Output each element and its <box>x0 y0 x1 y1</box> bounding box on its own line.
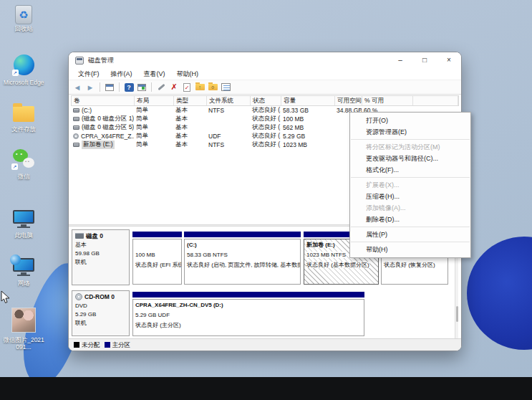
details-view-icon[interactable] <box>221 82 231 92</box>
column-filesystem[interactable]: 文件系统 <box>207 96 251 105</box>
back-icon[interactable]: ◄ <box>72 82 82 92</box>
menu-item-add-mirror: 添加镜像(A)... <box>350 202 470 214</box>
image-thumbnail <box>11 308 36 333</box>
console-window-icon[interactable] <box>137 82 147 92</box>
partition-color-bar <box>184 232 301 237</box>
desktop-icon-this-pc[interactable]: 此电脑 <box>1 210 46 239</box>
window-title: 磁盘管理 <box>88 56 114 65</box>
column-status[interactable]: 状态 <box>251 96 281 105</box>
menu-bar: 文件(F) 操作(A) 查看(V) 帮助(H) <box>69 68 461 80</box>
desktop-icon-label: 微信 <box>1 173 46 181</box>
legend-swatch-primary <box>105 342 110 348</box>
disk-management-app-icon <box>75 57 84 65</box>
menu-item-help[interactable]: 帮助(H) <box>350 244 470 255</box>
maximize-button[interactable]: □ <box>412 52 437 68</box>
partition-c[interactable]: (C:) 58.33 GB NTFS 状态良好 (启动, 页面文件, 故障转储,… <box>184 239 301 285</box>
volume-cd-icon <box>73 133 79 139</box>
taskbar: ∧ 中 14:31 2022/2/12 1 <box>0 377 532 400</box>
column-free-space[interactable]: 可用空间 <box>335 96 362 105</box>
folder-icon <box>13 106 34 122</box>
toolbar-separator <box>119 82 120 92</box>
toolbar-separator <box>151 82 152 92</box>
shortcut-arrow-icon: ↗ <box>12 70 19 76</box>
forward-icon[interactable]: ► <box>85 82 95 92</box>
network-icon <box>13 258 34 272</box>
recycle-bin-icon: ♻ <box>15 5 32 24</box>
menu-separator <box>351 139 470 140</box>
desktop-icon-label: 文件存放 <box>1 126 46 133</box>
desktop-icon-network[interactable]: 网络 <box>1 258 46 287</box>
desktop-icon-wechat[interactable]: ↗ 微信 <box>1 149 46 181</box>
volume-disk-icon <box>73 108 79 113</box>
toolbar-separator <box>100 82 100 92</box>
menu-help[interactable]: 帮助(H) <box>171 70 205 79</box>
menu-separator <box>351 227 470 227</box>
menu-item-delete-volume[interactable]: 删除卷(D)... <box>350 214 470 225</box>
partition-dvd[interactable]: CPRA_X64FRE_ZH-CN_DV5 (D:) 5.29 GB UDF 状… <box>132 299 364 336</box>
legend-swatch-unallocated <box>74 342 79 348</box>
cdrom-header-panel[interactable]: CD-ROM 0 DVD 5.29 GB 联机 <box>72 290 130 336</box>
volume-disk-icon <box>73 143 79 147</box>
menu-item-shrink-volume[interactable]: 压缩卷(H)... <box>350 191 470 202</box>
menu-item-mark-active: 将分区标记为活动分区(M) <box>350 141 470 153</box>
globe-icon <box>10 254 21 265</box>
partition-color-bar <box>132 292 364 297</box>
minimize-button[interactable]: – <box>388 52 412 68</box>
column-type[interactable]: 类型 <box>174 96 207 105</box>
disk0-header-panel[interactable]: 磁盘 0 基本 59.98 GB 联机 <box>72 229 130 285</box>
legend-primary: 主分区 <box>105 341 131 350</box>
partition-efi[interactable]: 100 MB 状态良好 (EFI 系统分区) <box>132 239 182 285</box>
menu-file[interactable]: 文件(F) <box>72 70 105 79</box>
cd-rom-icon <box>75 293 82 300</box>
delete-volume-icon[interactable]: ✗ <box>169 82 179 92</box>
desktop-icon-label: 此电脑 <box>1 232 46 239</box>
menu-item-explorer[interactable]: 资源管理器(E) <box>350 126 470 138</box>
column-empty <box>413 96 458 105</box>
column-layout[interactable]: 布局 <box>135 96 174 105</box>
menu-separator <box>351 177 470 178</box>
properties-check-icon[interactable]: ✓ <box>182 82 192 92</box>
column-pct-free[interactable]: % 可用 <box>362 96 413 105</box>
menu-item-properties[interactable]: 属性(P) <box>350 229 470 240</box>
desktop-icon-edge[interactable]: ↗ Microsoft Edge <box>1 54 46 87</box>
close-button[interactable]: × <box>437 52 461 68</box>
menu-item-format[interactable]: 格式化(F)... <box>350 164 470 176</box>
help-icon[interactable]: ? <box>124 82 134 92</box>
partition-color-bar <box>132 232 182 237</box>
menu-separator <box>351 242 470 242</box>
mouse-cursor <box>1 290 11 305</box>
desktop-icon-label: 微信图片_2021091... <box>1 337 46 351</box>
scrollbar-thumb[interactable] <box>456 306 458 322</box>
context-menu: 打开(O) 资源管理器(E) 将分区标记为活动分区(M) 更改驱动器号和路径(C… <box>349 112 471 258</box>
wallpaper-bloom-right-petal <box>467 237 532 350</box>
legend-unallocated: 未分配 <box>74 341 100 350</box>
desktop-icon-label: 回收站 <box>1 26 46 33</box>
column-volume[interactable]: 卷 <box>72 96 135 105</box>
menu-view[interactable]: 查看(V) <box>138 70 171 79</box>
toolbar: ◄ ► ? ✗ ✓ ↑ ○ <box>69 80 461 95</box>
desktop-icon-recycle-bin[interactable]: ♻ 回收站 <box>1 5 46 33</box>
menu-item-open[interactable]: 打开(O) <box>350 115 470 126</box>
menu-item-change-drive-letter[interactable]: 更改驱动器号和路径(C)... <box>350 153 470 164</box>
legend-bar: 未分配 主分区 <box>69 338 461 351</box>
desktop: ♻ 回收站 ↗ Microsoft Edge 文件存放 ↗ 微信 此电脑 网络 … <box>0 0 532 400</box>
folder-search-icon[interactable]: ○ <box>208 82 218 92</box>
folder-up-icon[interactable]: ↑ <box>195 82 205 92</box>
hard-disk-icon <box>75 233 84 239</box>
desktop-icon-image-file[interactable]: 微信图片_2021091... <box>1 308 46 351</box>
menu-action[interactable]: 操作(A) <box>105 70 138 79</box>
title-bar[interactable]: 磁盘管理 – □ × <box>69 52 461 68</box>
volume-disk-icon <box>73 125 79 130</box>
menu-item-extend-volume: 扩展卷(X)... <box>350 179 470 191</box>
volume-table-header[interactable]: 卷 布局 类型 文件系统 状态 容量 可用空间 % 可用 <box>71 95 459 106</box>
desktop-icon-folder[interactable]: 文件存放 <box>1 103 46 133</box>
this-pc-icon <box>13 210 34 224</box>
desktop-icon-label: Microsoft Edge <box>1 80 46 87</box>
shortcut-arrow-icon: ↗ <box>11 163 18 170</box>
desktop-icon-label: 网络 <box>1 280 46 287</box>
volume-disk-icon <box>73 117 79 121</box>
column-capacity[interactable]: 容量 <box>281 96 335 105</box>
tool-icon[interactable] <box>156 82 166 92</box>
console-tree-icon[interactable] <box>105 82 115 92</box>
